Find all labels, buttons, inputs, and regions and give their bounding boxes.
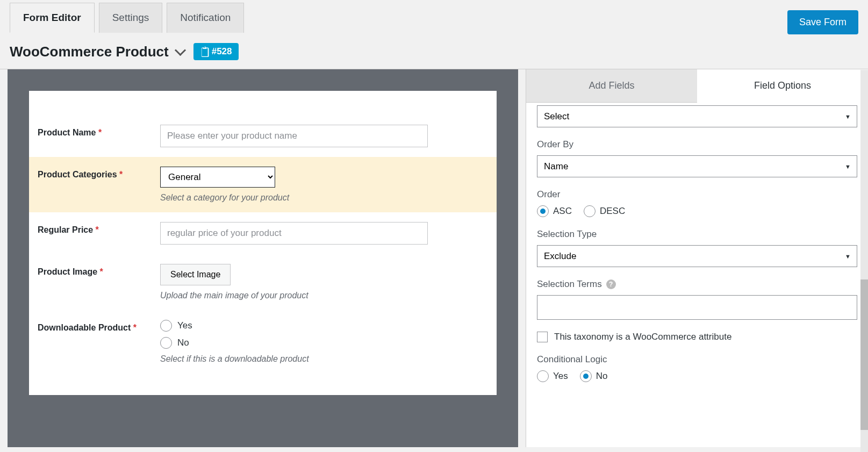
radio-label-yes: Yes: [177, 320, 192, 331]
input-product-name[interactable]: [160, 125, 428, 147]
required-icon: *: [119, 170, 123, 179]
select-product-categories[interactable]: General: [160, 167, 275, 188]
scrollbar-thumb[interactable]: [860, 279, 868, 430]
select-selection-type[interactable]: Exclude: [537, 245, 857, 267]
field-product-name[interactable]: Product Name *: [29, 115, 497, 157]
label-product-name: Product Name *: [38, 125, 160, 147]
field-regular-price[interactable]: Regular Price *: [29, 212, 497, 254]
field-product-image[interactable]: Product Image * Select Image Upload the …: [29, 254, 497, 310]
page-title-text: WooCommerce Product: [10, 44, 169, 60]
radio-downloadable-no[interactable]: [160, 337, 172, 349]
radio-downloadable-yes[interactable]: [160, 320, 172, 332]
select-image-button[interactable]: Select Image: [160, 264, 231, 285]
page-scrollbar[interactable]: [860, 70, 868, 452]
side-tab-add-fields[interactable]: Add Fields: [526, 69, 697, 103]
main-tabs: Form Editor Settings Notification: [10, 3, 244, 33]
label-order: Order: [537, 189, 857, 200]
radio-label-conditional-yes: Yes: [553, 371, 568, 382]
radio-label-no: No: [177, 338, 189, 348]
help-product-categories: Select a category for your product: [160, 193, 488, 203]
checkbox-woo-attribute[interactable]: [537, 332, 548, 342]
radio-conditional-yes[interactable]: [537, 370, 549, 382]
required-icon: *: [98, 128, 102, 137]
label-woo-attribute: This taxonomy is a WooCommerce attribute: [554, 332, 731, 342]
help-icon[interactable]: ?: [606, 279, 616, 289]
label-selection-terms: Selection Terms ?: [537, 279, 857, 290]
form-canvas[interactable]: Product Name * Product Categories * Gen: [8, 69, 518, 447]
side-tab-field-options[interactable]: Field Options: [697, 69, 868, 103]
label-regular-price: Regular Price *: [38, 222, 160, 245]
tab-form-editor[interactable]: Form Editor: [10, 3, 95, 33]
field-options-panel[interactable]: Select Order By Name Order: [526, 103, 868, 447]
save-form-button[interactable]: Save Form: [787, 10, 858, 34]
input-selection-terms[interactable]: [537, 295, 857, 320]
form-id-badge[interactable]: #528: [193, 43, 239, 60]
chevron-down-icon[interactable]: [175, 47, 184, 56]
form-id-text: #528: [212, 46, 232, 57]
field-product-categories[interactable]: Product Categories * General Select a ca…: [29, 157, 497, 212]
tab-notification[interactable]: Notification: [167, 3, 244, 33]
select-display-type[interactable]: Select: [537, 105, 857, 127]
label-product-image: Product Image *: [38, 264, 160, 300]
radio-order-asc[interactable]: [537, 205, 549, 217]
help-downloadable: Select if this is a downloadable product: [160, 354, 488, 364]
required-icon: *: [100, 267, 103, 276]
label-selection-type: Selection Type: [537, 229, 857, 240]
label-order-by: Order By: [537, 139, 857, 150]
required-icon: *: [133, 323, 137, 332]
radio-label-desc: DESC: [600, 206, 625, 217]
radio-label-conditional-no: No: [596, 371, 608, 382]
select-order-by[interactable]: Name: [537, 155, 857, 177]
radio-order-desc[interactable]: [584, 205, 596, 217]
label-product-categories: Product Categories *: [38, 167, 160, 203]
input-regular-price[interactable]: [160, 222, 428, 245]
radio-conditional-no[interactable]: [580, 370, 592, 382]
tab-settings[interactable]: Settings: [99, 3, 163, 33]
clipboard-icon: [200, 46, 209, 57]
field-downloadable[interactable]: Downloadable Product * Yes No Sele: [29, 310, 497, 374]
label-conditional-logic: Conditional Logic: [537, 354, 857, 365]
radio-label-asc: ASC: [553, 206, 572, 217]
page-title: WooCommerce Product: [10, 44, 184, 60]
label-downloadable: Downloadable Product *: [38, 320, 160, 364]
required-icon: *: [96, 225, 99, 234]
help-product-image: Upload the main image of your product: [160, 291, 488, 300]
